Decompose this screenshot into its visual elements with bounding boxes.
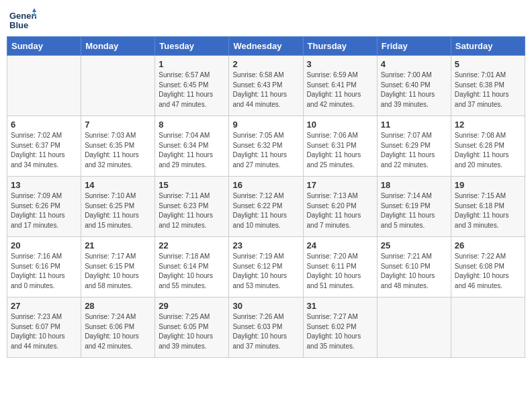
svg-text:General: General: [9, 11, 36, 21]
calendar-week-row: 13Sunrise: 7:09 AMSunset: 6:26 PMDayligh…: [7, 177, 525, 237]
day-info: Sunrise: 7:02 AMSunset: 6:37 PMDaylight:…: [11, 131, 77, 170]
calendar-week-row: 20Sunrise: 7:16 AMSunset: 6:16 PMDayligh…: [7, 237, 525, 298]
day-info: Sunrise: 7:24 AMSunset: 6:06 PMDaylight:…: [85, 312, 151, 351]
calendar-cell: 18Sunrise: 7:14 AMSunset: 6:19 PMDayligh…: [377, 177, 451, 237]
day-number: 6: [11, 120, 77, 130]
day-number: 17: [307, 180, 373, 190]
svg-marker-2: [32, 8, 36, 12]
day-info: Sunrise: 7:12 AMSunset: 6:22 PMDaylight:…: [232, 191, 299, 230]
weekday-header-row: SundayMondayTuesdayWednesdayThursdayFrid…: [7, 37, 525, 56]
day-number: 1: [159, 59, 225, 69]
day-number: 30: [232, 301, 299, 311]
day-number: 15: [159, 180, 225, 190]
day-number: 20: [11, 240, 77, 250]
weekday-header: Friday: [377, 37, 451, 56]
calendar-cell: 8Sunrise: 7:04 AMSunset: 6:34 PMDaylight…: [155, 116, 229, 177]
day-info: Sunrise: 7:21 AMSunset: 6:10 PMDaylight:…: [381, 252, 447, 291]
day-info: Sunrise: 7:22 AMSunset: 6:08 PMDaylight:…: [455, 252, 521, 291]
calendar-cell: 4Sunrise: 7:00 AMSunset: 6:40 PMDaylight…: [377, 56, 451, 116]
day-number: 18: [381, 180, 447, 190]
day-info: Sunrise: 7:16 AMSunset: 6:16 PMDaylight:…: [11, 252, 77, 291]
day-info: Sunrise: 7:20 AMSunset: 6:11 PMDaylight:…: [307, 252, 373, 291]
day-number: 26: [455, 240, 521, 250]
day-info: Sunrise: 7:11 AMSunset: 6:23 PMDaylight:…: [159, 191, 225, 230]
day-number: 28: [85, 301, 151, 311]
svg-text:Blue: Blue: [9, 20, 28, 30]
weekday-header: Tuesday: [155, 37, 229, 56]
day-info: Sunrise: 6:58 AMSunset: 6:43 PMDaylight:…: [232, 71, 299, 109]
day-number: 23: [232, 240, 299, 250]
weekday-header: Saturday: [451, 37, 525, 56]
day-number: 12: [455, 120, 521, 130]
day-info: Sunrise: 7:17 AMSunset: 6:15 PMDaylight:…: [85, 252, 151, 291]
calendar-cell: 24Sunrise: 7:20 AMSunset: 6:11 PMDayligh…: [303, 237, 377, 298]
day-number: 21: [85, 240, 151, 250]
day-info: Sunrise: 7:03 AMSunset: 6:35 PMDaylight:…: [85, 131, 151, 170]
day-info: Sunrise: 7:25 AMSunset: 6:05 PMDaylight:…: [159, 312, 225, 351]
calendar-cell: 22Sunrise: 7:18 AMSunset: 6:14 PMDayligh…: [155, 237, 229, 298]
day-number: 8: [159, 120, 225, 130]
calendar-cell: 7Sunrise: 7:03 AMSunset: 6:35 PMDaylight…: [81, 116, 155, 177]
calendar-cell: 5Sunrise: 7:01 AMSunset: 6:38 PMDaylight…: [451, 56, 525, 116]
calendar-cell: 3Sunrise: 6:59 AMSunset: 6:41 PMDaylight…: [303, 56, 377, 116]
day-number: 5: [455, 59, 521, 69]
day-info: Sunrise: 7:27 AMSunset: 6:02 PMDaylight:…: [307, 312, 373, 351]
day-info: Sunrise: 7:09 AMSunset: 6:26 PMDaylight:…: [11, 191, 77, 230]
calendar-cell: 11Sunrise: 7:07 AMSunset: 6:29 PMDayligh…: [377, 116, 451, 177]
calendar-cell: 14Sunrise: 7:10 AMSunset: 6:25 PMDayligh…: [81, 177, 155, 237]
calendar-cell: 2Sunrise: 6:58 AMSunset: 6:43 PMDaylight…: [229, 56, 303, 116]
day-info: Sunrise: 7:18 AMSunset: 6:14 PMDaylight:…: [159, 252, 225, 291]
calendar-cell: 21Sunrise: 7:17 AMSunset: 6:15 PMDayligh…: [81, 237, 155, 298]
calendar-cell: 12Sunrise: 7:08 AMSunset: 6:28 PMDayligh…: [451, 116, 525, 177]
calendar-cell: 19Sunrise: 7:15 AMSunset: 6:18 PMDayligh…: [451, 177, 525, 237]
calendar-cell: [451, 298, 525, 358]
day-info: Sunrise: 7:13 AMSunset: 6:20 PMDaylight:…: [307, 191, 373, 230]
day-info: Sunrise: 7:10 AMSunset: 6:25 PMDaylight:…: [85, 191, 151, 230]
day-info: Sunrise: 6:57 AMSunset: 6:45 PMDaylight:…: [159, 71, 225, 109]
day-number: 4: [381, 59, 447, 69]
day-number: 16: [232, 180, 299, 190]
day-number: 13: [11, 180, 77, 190]
day-info: Sunrise: 7:06 AMSunset: 6:31 PMDaylight:…: [307, 131, 373, 170]
calendar-cell: 29Sunrise: 7:25 AMSunset: 6:05 PMDayligh…: [155, 298, 229, 358]
day-number: 2: [232, 59, 299, 69]
day-number: 22: [159, 240, 225, 250]
day-info: Sunrise: 7:15 AMSunset: 6:18 PMDaylight:…: [455, 191, 521, 230]
logo-icon: General Blue: [9, 7, 34, 31]
day-info: Sunrise: 7:04 AMSunset: 6:34 PMDaylight:…: [159, 131, 225, 170]
day-info: Sunrise: 7:23 AMSunset: 6:07 PMDaylight:…: [11, 312, 77, 351]
day-info: Sunrise: 7:05 AMSunset: 6:32 PMDaylight:…: [232, 131, 299, 170]
calendar-cell: 9Sunrise: 7:05 AMSunset: 6:32 PMDaylight…: [229, 116, 303, 177]
calendar-week-row: 6Sunrise: 7:02 AMSunset: 6:37 PMDaylight…: [7, 116, 525, 177]
day-info: Sunrise: 7:14 AMSunset: 6:19 PMDaylight:…: [381, 191, 447, 230]
calendar-cell: 1Sunrise: 6:57 AMSunset: 6:45 PMDaylight…: [155, 56, 229, 116]
day-number: 25: [381, 240, 447, 250]
day-number: 7: [85, 120, 151, 130]
calendar-cell: 31Sunrise: 7:27 AMSunset: 6:02 PMDayligh…: [303, 298, 377, 358]
day-number: 27: [11, 301, 77, 311]
calendar-cell: 16Sunrise: 7:12 AMSunset: 6:22 PMDayligh…: [229, 177, 303, 237]
calendar-cell: 27Sunrise: 7:23 AMSunset: 6:07 PMDayligh…: [7, 298, 81, 358]
calendar-cell: 30Sunrise: 7:26 AMSunset: 6:03 PMDayligh…: [229, 298, 303, 358]
day-info: Sunrise: 6:59 AMSunset: 6:41 PMDaylight:…: [307, 71, 373, 109]
logo: General Blue: [9, 7, 35, 31]
calendar-week-row: 27Sunrise: 7:23 AMSunset: 6:07 PMDayligh…: [7, 298, 525, 358]
day-info: Sunrise: 7:07 AMSunset: 6:29 PMDaylight:…: [381, 131, 447, 170]
day-info: Sunrise: 7:00 AMSunset: 6:40 PMDaylight:…: [381, 71, 447, 109]
day-number: 29: [159, 301, 225, 311]
day-number: 31: [307, 301, 373, 311]
calendar-cell: [7, 56, 81, 116]
page-header: General Blue: [7, 7, 525, 31]
day-number: 3: [307, 59, 373, 69]
calendar-cell: [81, 56, 155, 116]
calendar-cell: 17Sunrise: 7:13 AMSunset: 6:20 PMDayligh…: [303, 177, 377, 237]
day-number: 14: [85, 180, 151, 190]
day-number: 10: [307, 120, 373, 130]
calendar-cell: 15Sunrise: 7:11 AMSunset: 6:23 PMDayligh…: [155, 177, 229, 237]
calendar-cell: 10Sunrise: 7:06 AMSunset: 6:31 PMDayligh…: [303, 116, 377, 177]
calendar-week-row: 1Sunrise: 6:57 AMSunset: 6:45 PMDaylight…: [7, 56, 525, 116]
calendar-table: SundayMondayTuesdayWednesdayThursdayFrid…: [7, 36, 525, 358]
day-number: 24: [307, 240, 373, 250]
day-info: Sunrise: 7:01 AMSunset: 6:38 PMDaylight:…: [455, 71, 521, 109]
day-info: Sunrise: 7:08 AMSunset: 6:28 PMDaylight:…: [455, 131, 521, 170]
